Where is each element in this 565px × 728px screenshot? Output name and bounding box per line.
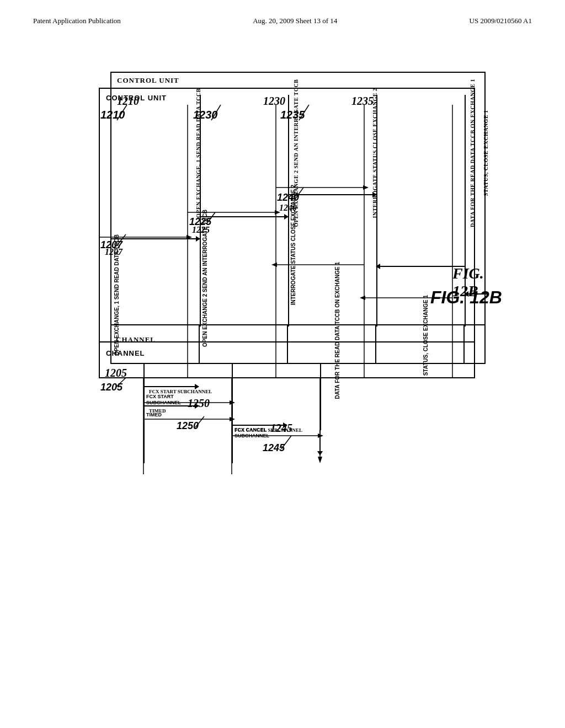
svg-text:FCX START: FCX START xyxy=(146,394,174,399)
svg-text:OPEN EXCHANGE 2 SEND AN INTERR: OPEN EXCHANGE 2 SEND AN INTERROGATE TCCB xyxy=(202,210,208,347)
svg-text:SUBCHANNEL: SUBCHANNEL xyxy=(146,400,182,405)
svg-text:FIG. 12B: FIG. 12B xyxy=(430,287,502,307)
svg-text:OPEN EXCHANGE, 1 SEND READ DAT: OPEN EXCHANGE, 1 SEND READ DATA TCCB xyxy=(114,234,120,356)
svg-text:1235: 1235 xyxy=(280,109,305,121)
svg-text:1210: 1210 xyxy=(100,109,125,121)
svg-text:1207: 1207 xyxy=(100,239,123,250)
header-right: US 2009/0210560 A1 xyxy=(470,17,532,25)
svg-marker-29 xyxy=(363,185,369,190)
svg-text:CONTROL UNIT: CONTROL UNIT xyxy=(106,94,167,102)
svg-marker-37 xyxy=(360,296,365,300)
svg-text:FCX CANCEL: FCX CANCEL xyxy=(234,427,267,432)
svg-text:1230: 1230 xyxy=(193,109,218,121)
header-middle: Aug. 20, 2009 Sheet 13 of 14 xyxy=(253,17,337,25)
svg-marker-54 xyxy=(318,433,323,438)
svg-rect-6 xyxy=(99,342,475,378)
svg-marker-19 xyxy=(186,235,192,239)
svg-marker-24 xyxy=(275,210,280,215)
svg-text:TIMED: TIMED xyxy=(146,412,162,417)
svg-marker-34 xyxy=(271,263,277,267)
diagram-svg: CONTROL UNIT CHANNEL 1210 1230 1235 OPEN… xyxy=(33,72,508,491)
svg-marker-45 xyxy=(230,400,235,405)
svg-text:CHANNEL: CHANNEL xyxy=(106,349,145,357)
svg-marker-60 xyxy=(318,457,322,463)
svg-text:SUBCHANNEL: SUBCHANNEL xyxy=(234,433,270,438)
svg-rect-0 xyxy=(99,88,475,342)
header-left: Patent Application Publication xyxy=(33,17,121,25)
svg-text:STATUS, CLOSE EXCHANGE 1: STATUS, CLOSE EXCHANGE 1 xyxy=(423,295,429,376)
svg-text:DATA FOR THE READ DATA TCCB ON: DATA FOR THE READ DATA TCCB ON EXCHANGE … xyxy=(334,262,340,399)
svg-text:1250: 1250 xyxy=(177,420,199,431)
svg-marker-49 xyxy=(230,417,235,421)
